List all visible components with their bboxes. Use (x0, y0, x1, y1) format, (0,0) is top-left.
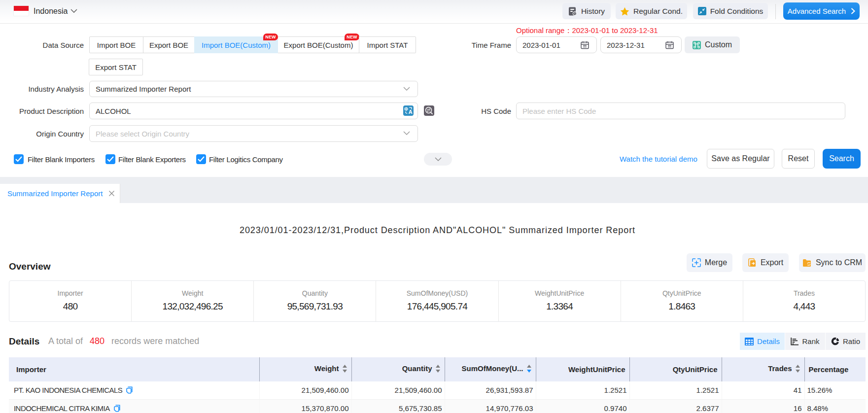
svg-text:A: A (409, 109, 413, 115)
